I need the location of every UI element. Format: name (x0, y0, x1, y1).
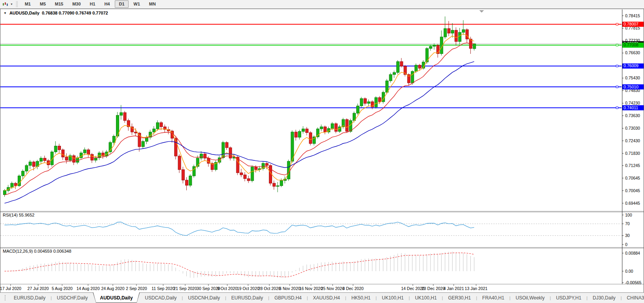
svg-text:0.74011: 0.74011 (624, 105, 638, 110)
timeframe-button-m30[interactable]: M30 (68, 0, 85, 8)
symbol-tab-dj30-daily[interactable]: DJ30,Daily (587, 293, 620, 303)
svg-text:0.70045: 0.70045 (625, 188, 640, 193)
svg-text:4 Jan 2021: 4 Jan 2021 (443, 286, 464, 291)
symbol-tabs: EURUSD,Daily|USDCHF,DailyAUDUSD,DailyUSD… (9, 293, 644, 303)
timeframe-button-h1[interactable]: H1 (86, 0, 99, 8)
chart-context-arrow-icon[interactable]: ▼ (4, 11, 7, 15)
symbol-tab-uk100-h1[interactable]: UK100,H1 (410, 293, 442, 303)
hline-handle[interactable] (616, 107, 618, 109)
chart-symbol-period: AUDUSD,Daily (9, 11, 39, 15)
svg-text:5 Aug 2020: 5 Aug 2020 (52, 286, 72, 291)
hline-handle[interactable] (616, 23, 618, 25)
svg-text:16 Nov 2020: 16 Nov 2020 (299, 286, 323, 291)
svg-text:11 Sep 2020: 11 Sep 2020 (152, 286, 175, 291)
svg-text:4 Dec 2020: 4 Dec 2020 (342, 286, 364, 291)
symbol-tab-usdjpy-h1[interactable]: USDJPY,H1 (551, 293, 586, 303)
svg-text:0.73030: 0.73030 (625, 126, 640, 130)
svg-text:9 Oct 2020: 9 Oct 2020 (217, 286, 237, 291)
symbol-tab-ger30-h1[interactable]: GER30,H1 (443, 293, 476, 303)
timeframe-button-w1[interactable]: W1 (130, 0, 144, 8)
symbol-tab-audusd-daily[interactable]: AUDUSD,Daily (93, 292, 140, 303)
svg-text:0.78415: 0.78415 (625, 13, 640, 18)
timeframe-button-m5[interactable]: M5 (36, 0, 50, 8)
svg-text:25 Nov 2020: 25 Nov 2020 (321, 286, 344, 291)
svg-text:21 Sep 2020: 21 Sep 2020 (173, 286, 197, 291)
macd-indicator-label: MACD(12,26,9) 0.004559 0.006348 (3, 249, 71, 253)
chart-ohlc-readout: 0.76838 0.77090 0.76749 0.77072 (42, 11, 108, 15)
timeframe-buttons: M1M5M15M30H1H4D1W1MN (21, 0, 161, 8)
svg-text:13 Jan 2021: 13 Jan 2021 (465, 286, 488, 291)
tabbar-grip[interactable] (5, 295, 6, 301)
timeframe-button-h4[interactable]: H4 (100, 0, 114, 8)
symbol-tab-hk50-h1[interactable]: HK50,H1 (346, 293, 376, 303)
svg-text:0.74230: 0.74230 (625, 101, 640, 105)
svg-text:-0.00565: -0.00565 (625, 280, 642, 285)
symbol-tab-uk100-h1[interactable]: UK100,H1 (377, 293, 408, 303)
svg-text:0.76630: 0.76630 (625, 50, 640, 55)
symbol-tab-xauusd-h4[interactable]: XAUUSD,H4 (308, 293, 345, 303)
svg-text:30 Sep 2020: 30 Sep 2020 (197, 286, 220, 291)
chart-canvas[interactable]: 0.784150.778150.772300.766300.754300.748… (0, 0, 644, 303)
svg-text:0.73630: 0.73630 (625, 113, 640, 118)
rsi-indicator-label: RSI(14) 55.9652 (3, 213, 35, 217)
svg-text:0.78007: 0.78007 (624, 22, 638, 26)
symbol-tab-usoil-weekly[interactable]: USOil,Weekly (510, 293, 550, 303)
svg-text:14 Aug 2020: 14 Aug 2020 (77, 286, 100, 291)
symbol-tab-eurusd-daily[interactable]: EURUSD,Daily (226, 293, 268, 303)
svg-text:100: 100 (625, 213, 632, 217)
symbol-tab-eurusd-daily[interactable]: EURUSD,Daily (9, 293, 51, 303)
svg-text:0.75010: 0.75010 (624, 84, 638, 89)
svg-text:2 Sep 2020: 2 Sep 2020 (126, 286, 147, 291)
mt4-window: { "toolbar":{ "chart_icon":"candlestick-… (0, 0, 644, 303)
candlestick-chart-icon[interactable] (2, 1, 9, 7)
svg-text:0.00: 0.00 (625, 269, 633, 274)
symbol-tab-usdcnh-daily[interactable]: USDCNH,Daily (183, 293, 225, 303)
svg-text:0.77008: 0.77008 (624, 42, 638, 47)
symbol-tab-usdcad-daily[interactable]: USDCAD,Daily (140, 293, 182, 303)
timeframe-button-m1[interactable]: M1 (21, 0, 35, 8)
svg-text:19 Oct 2020: 19 Oct 2020 (237, 286, 259, 291)
svg-text:0: 0 (625, 242, 627, 247)
hline-handle[interactable] (616, 86, 618, 88)
symbol-tab-usdchf-daily[interactable]: USDCHF,Daily (52, 293, 93, 303)
symbol-tab-bar: EURUSD,Daily|USDCHF,DailyAUDUSD,DailyUSD… (0, 292, 644, 303)
svg-text:6 Nov 2020: 6 Nov 2020 (279, 286, 300, 291)
svg-text:0.71830: 0.71830 (625, 151, 640, 156)
chevron-down-icon[interactable]: ▼ (10, 3, 13, 6)
timeframe-button-d1[interactable]: D1 (115, 0, 128, 8)
svg-text:27 Jul 2020: 27 Jul 2020 (28, 286, 49, 291)
hline-handle[interactable] (616, 65, 618, 67)
svg-text:0.71245: 0.71245 (625, 163, 640, 168)
svg-text:0.00884: 0.00884 (625, 251, 640, 255)
hline-handle[interactable] (616, 44, 618, 46)
toolbar-grip[interactable] (16, 1, 18, 7)
svg-text:0.69445: 0.69445 (625, 201, 640, 206)
svg-text:14 Dec 2020: 14 Dec 2020 (401, 286, 425, 291)
symbol-tab-fra40-h1[interactable]: FRA40,H1 (477, 293, 510, 303)
timeframe-button-mn[interactable]: MN (145, 0, 160, 8)
symbol-tab-gbpusd-h4[interactable]: GBPUSD,H4 (269, 293, 307, 303)
svg-text:30: 30 (625, 233, 630, 238)
svg-text:28 Oct 2020: 28 Oct 2020 (258, 286, 280, 291)
timeframe-button-m15[interactable]: M15 (51, 0, 67, 8)
svg-text:23 Dec 2020: 23 Dec 2020 (421, 286, 445, 291)
svg-text:0.76009: 0.76009 (624, 63, 638, 68)
top-toolbar: ▼ M1M5M15M30H1H4D1W1MN (0, 0, 644, 9)
svg-text:0.72430: 0.72430 (625, 138, 640, 143)
chart-title: ▼AUDUSD,Daily 0.76838 0.77090 0.76749 0.… (4, 11, 108, 15)
symbol-tab-china300-h1[interactable]: CHINA300,H1 (622, 293, 644, 303)
svg-text:0.70645: 0.70645 (625, 176, 640, 180)
svg-text:24 Aug 2020: 24 Aug 2020 (101, 286, 125, 291)
svg-text:70: 70 (625, 221, 630, 226)
svg-text:17 Jul 2020: 17 Jul 2020 (0, 286, 21, 291)
svg-text:0.75430: 0.75430 (625, 75, 640, 80)
